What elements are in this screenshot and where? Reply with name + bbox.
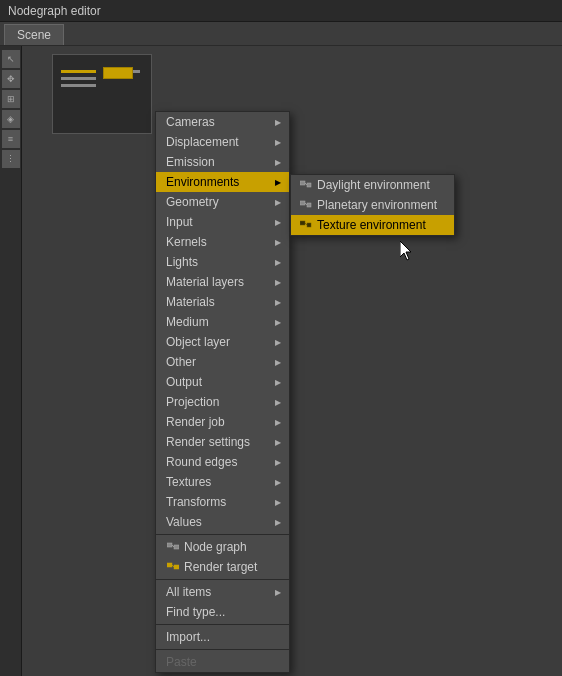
arrow-icon: ▶ <box>275 118 281 127</box>
arrow-icon: ▶ <box>275 318 281 327</box>
menu-item-kernels[interactable]: Kernels ▶ <box>156 232 289 252</box>
texture-env-icon <box>299 218 313 232</box>
menu-item-displacement[interactable]: Displacement ▶ <box>156 132 289 152</box>
menu-item-cameras[interactable]: Cameras ▶ <box>156 112 289 132</box>
arrow-icon: ▶ <box>275 218 281 227</box>
svg-line-11 <box>305 203 307 205</box>
planetary-icon <box>299 198 313 212</box>
node-icon[interactable]: ◈ <box>2 110 20 128</box>
title-text: Nodegraph editor <box>8 4 101 18</box>
node-graph-icon <box>166 540 180 554</box>
menu-item-lights[interactable]: Lights ▶ <box>156 252 289 272</box>
context-menu: Cameras ▶ Displacement ▶ Emission ▶ Envi… <box>155 111 290 673</box>
arrow-icon: ▶ <box>275 298 281 307</box>
menu-item-render-settings[interactable]: Render settings ▶ <box>156 432 289 452</box>
svg-line-5 <box>172 565 174 567</box>
arrow-icon: ▶ <box>275 478 281 487</box>
arrow-icon: ▶ <box>275 518 281 527</box>
svg-rect-7 <box>307 183 311 187</box>
grid-icon[interactable]: ⊞ <box>2 90 20 108</box>
arrow-icon: ▶ <box>275 338 281 347</box>
svg-rect-4 <box>174 565 179 569</box>
arrow-icon: ▶ <box>275 458 281 467</box>
submenu-item-texture[interactable]: Texture environment <box>291 215 454 235</box>
menu-item-medium[interactable]: Medium ▶ <box>156 312 289 332</box>
arrow-icon: ▶ <box>275 238 281 247</box>
svg-rect-3 <box>167 563 172 567</box>
menu-item-other[interactable]: Other ▶ <box>156 352 289 372</box>
dots-icon[interactable]: ⋮ <box>2 150 20 168</box>
svg-rect-0 <box>167 543 172 547</box>
menu-item-input[interactable]: Input ▶ <box>156 212 289 232</box>
arrow-icon: ▶ <box>275 418 281 427</box>
svg-rect-6 <box>300 181 305 185</box>
svg-line-2 <box>172 545 174 547</box>
menu-item-find-type[interactable]: Find type... <box>156 602 289 622</box>
menu-item-values[interactable]: Values ▶ <box>156 512 289 532</box>
menu-item-render-target[interactable]: Render target <box>156 557 289 577</box>
arrow-icon: ▶ <box>275 588 281 597</box>
arrow-icon: ▶ <box>275 438 281 447</box>
arrow-icon: ▶ <box>275 138 281 147</box>
svg-rect-13 <box>307 223 311 227</box>
arrow-icon: ▶ <box>275 258 281 267</box>
arrow-icon: ▶ <box>275 398 281 407</box>
svg-line-14 <box>305 223 307 225</box>
node-preview <box>52 54 152 134</box>
svg-rect-1 <box>174 545 179 549</box>
menu-item-paste[interactable]: Paste <box>156 652 289 672</box>
canvas-area <box>22 46 562 676</box>
menu-item-round-edges[interactable]: Round edges ▶ <box>156 452 289 472</box>
svg-rect-12 <box>300 221 305 225</box>
title-bar: Nodegraph editor <box>0 0 562 22</box>
menu-divider <box>156 534 289 535</box>
submenu-environments: Daylight environment Planetary environme… <box>290 174 455 236</box>
svg-rect-9 <box>300 201 305 205</box>
menu-item-emission[interactable]: Emission ▶ <box>156 152 289 172</box>
layers-icon[interactable]: ≡ <box>2 130 20 148</box>
move-icon[interactable]: ✥ <box>2 70 20 88</box>
arrow-icon: ▶ <box>275 358 281 367</box>
menu-item-object-layer[interactable]: Object layer ▶ <box>156 332 289 352</box>
render-target-icon <box>166 560 180 574</box>
menu-item-environments[interactable]: Environments ▶ <box>156 172 289 192</box>
scene-tab[interactable]: Scene <box>4 24 64 45</box>
daylight-icon <box>299 178 313 192</box>
menu-divider-2 <box>156 579 289 580</box>
menu-item-all-items[interactable]: All items ▶ <box>156 582 289 602</box>
arrow-icon: ▶ <box>275 498 281 507</box>
menu-item-import[interactable]: Import... <box>156 627 289 647</box>
menu-item-textures[interactable]: Textures ▶ <box>156 472 289 492</box>
pointer-icon[interactable]: ↖ <box>2 50 20 68</box>
menu-divider-4 <box>156 649 289 650</box>
submenu-item-daylight[interactable]: Daylight environment <box>291 175 454 195</box>
menu-item-output[interactable]: Output ▶ <box>156 372 289 392</box>
menu-item-transforms[interactable]: Transforms ▶ <box>156 492 289 512</box>
editor-area: ↖ ✥ ⊞ ◈ ≡ ⋮ Cameras ▶ Displacement ▶ Emi <box>0 46 562 676</box>
menu-item-geometry[interactable]: Geometry ▶ <box>156 192 289 212</box>
svg-rect-10 <box>307 203 311 207</box>
arrow-icon: ▶ <box>275 178 281 187</box>
svg-line-8 <box>305 183 307 185</box>
arrow-icon: ▶ <box>275 158 281 167</box>
menu-item-materials[interactable]: Materials ▶ <box>156 292 289 312</box>
sidebar: ↖ ✥ ⊞ ◈ ≡ ⋮ <box>0 46 22 676</box>
menu-item-node-graph[interactable]: Node graph <box>156 537 289 557</box>
arrow-icon: ▶ <box>275 378 281 387</box>
menu-item-render-job[interactable]: Render job ▶ <box>156 412 289 432</box>
menu-divider-3 <box>156 624 289 625</box>
arrow-icon: ▶ <box>275 278 281 287</box>
menu-item-projection[interactable]: Projection ▶ <box>156 392 289 412</box>
tab-bar: Scene <box>0 22 562 46</box>
arrow-icon: ▶ <box>275 198 281 207</box>
menu-item-material-layers[interactable]: Material layers ▶ <box>156 272 289 292</box>
submenu-item-planetary[interactable]: Planetary environment <box>291 195 454 215</box>
